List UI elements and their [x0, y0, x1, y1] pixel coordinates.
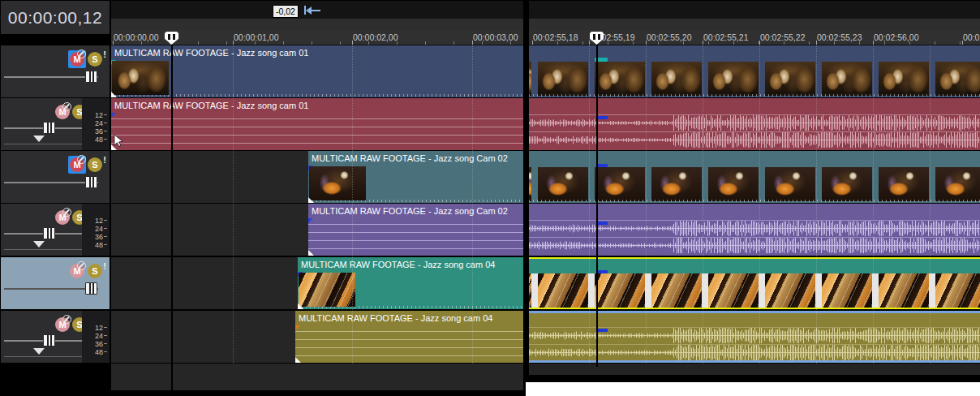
level-slider-handle[interactable] [85, 176, 97, 188]
level-slider-handle[interactable] [85, 71, 97, 83]
fade-handle[interactable] [295, 357, 301, 363]
snap-offset-marker [597, 270, 608, 273]
pan-slider-handle[interactable] [43, 122, 55, 134]
level-slider-handle[interactable] [85, 282, 97, 295]
grid-line [233, 45, 234, 364]
grid-line [873, 45, 874, 364]
video-thumbnail [765, 167, 815, 201]
db-scale: 12 24 36 48 [82, 204, 110, 256]
video-thumbnail [935, 167, 980, 201]
timeline-view-playhead[interactable]: 00:02:55,18 00:02:55,19 00:02:55,20 00:0… [529, 0, 980, 381]
track-header-audio-2[interactable]: M S! 12 24 36 48 [1, 204, 110, 256]
snap-offset-marker [597, 222, 608, 225]
pan-slider-handle[interactable] [43, 227, 55, 239]
video-thumbnail [651, 167, 702, 201]
audio-event-cam02[interactable]: MULTICAM RAW FOOTAGE - Jazz song Cam 02 [308, 204, 523, 256]
pan-slider-handle[interactable] [43, 334, 55, 346]
mute-button[interactable]: M [68, 156, 86, 174]
event-corner-marker [308, 218, 313, 223]
video-thumbnail [822, 62, 872, 96]
trim-left-arrow-icon [304, 6, 322, 15]
mute-button[interactable]: M [54, 209, 71, 226]
mute-button[interactable]: M [68, 50, 86, 68]
grid-line [703, 45, 703, 364]
timecode-display[interactable]: 00:00:00,12 [1, 1, 110, 34]
audio-event-cam01[interactable]: MULTICAM RAW FOOTAGE - Jazz song cam 01 [111, 98, 523, 150]
video-thumbnail [765, 273, 815, 308]
video-thumbnail [708, 273, 759, 308]
background-gap [526, 382, 980, 396]
snap-offset-marker [597, 164, 608, 167]
trim-offset-tooltip: -0,02 [273, 5, 299, 18]
video-thumbnail [112, 61, 169, 95]
vegas-multicam-timeline-window: 00:00:00,12 M S! M S! 12 24 36 4 [0, 0, 980, 396]
marker-bar-lower[interactable] [111, 19, 523, 30]
db-scale: 12 24 36 48 [82, 311, 110, 363]
grid-line [930, 45, 931, 364]
playhead-line [171, 32, 173, 390]
track-header-video-1[interactable]: M S! [1, 45, 110, 97]
video-thumbnail [595, 167, 645, 201]
volume-fader-track [4, 356, 82, 357]
video-thumbnail [595, 273, 645, 308]
db-scale: 12 24 36 48 [82, 98, 110, 150]
track-header-audio-1[interactable]: M S! 12 24 36 48 [1, 98, 110, 150]
audio-event-cam04[interactable]: MULTICAM RAW FOOTAGE - Jazz song cam 04 [295, 311, 523, 363]
video-event-cam04[interactable]: MULTICAM RAW FOOTAGE - Jazz song cam 04 [298, 257, 523, 309]
mute-slash-icon [77, 155, 86, 164]
video-thumbnail [538, 167, 588, 201]
event-title: MULTICAM RAW FOOTAGE - Jazz song cam 01 [111, 45, 523, 60]
video-thumbnail [822, 273, 872, 308]
video-thumbnail [935, 62, 980, 96]
level-slider-track [4, 182, 98, 183]
grid-line [589, 45, 590, 364]
fader-dropdown-icon[interactable] [33, 348, 45, 355]
video-thumbnail [309, 166, 366, 200]
video-thumbnail [822, 167, 872, 201]
fader-dropdown-icon[interactable] [33, 136, 45, 142]
mute-slash-icon [77, 261, 86, 270]
marker-bar[interactable] [529, 1, 980, 19]
fade-handle[interactable] [298, 303, 303, 309]
solo-button[interactable]: S! [88, 50, 107, 68]
snap-offset-marker [597, 329, 608, 332]
empty-lane [111, 364, 523, 390]
mute-slash-icon [62, 208, 71, 217]
volume-fader-track [4, 249, 82, 250]
video-thumbnail [879, 62, 929, 96]
solo-button[interactable]: S! [88, 262, 107, 280]
fader-dropdown-icon[interactable] [33, 241, 45, 248]
marker-bar-lower[interactable] [529, 19, 980, 30]
track-header-video-3-selected[interactable]: M S! [1, 257, 110, 309]
grid-line [472, 45, 473, 364]
video-event-cam02[interactable]: MULTICAM RAW FOOTAGE - Jazz song Cam 02 [308, 151, 523, 203]
mute-button[interactable]: M [54, 103, 71, 121]
playhead-line [596, 32, 598, 367]
track-header-audio-3[interactable]: M S! 12 24 36 48 [1, 311, 110, 363]
mute-button[interactable]: M [68, 262, 86, 280]
fade-handle[interactable] [308, 197, 314, 203]
video-thumbnail [299, 273, 355, 307]
mute-slash-icon [62, 102, 71, 111]
mute-slash-icon [62, 315, 71, 324]
event-corner-marker [295, 325, 300, 330]
event-corner-marker [111, 113, 116, 118]
grid-line [816, 45, 817, 364]
volume-fader-track [4, 144, 82, 144]
fade-handle[interactable] [308, 250, 314, 256]
snap-offset-marker [597, 116, 608, 119]
video-event-cam01[interactable]: MULTICAM RAW FOOTAGE - Jazz song cam 01 [111, 45, 523, 97]
solo-button[interactable]: S! [88, 156, 107, 174]
track-header-video-2[interactable]: M S! [1, 151, 110, 203]
timeline-view-start[interactable]: -0,02 00:00:00,00 00:00:01,00 00:00:02,0… [111, 0, 523, 391]
mouse-cursor-icon [114, 134, 123, 148]
grid-line [352, 45, 353, 364]
level-slider-track [4, 288, 98, 290]
mute-button[interactable]: M [54, 316, 71, 334]
video-thumbnail [879, 167, 929, 201]
video-thumbnail [538, 273, 588, 308]
fade-handle[interactable] [111, 92, 117, 97]
track-header-panel: 00:00:00,12 M S! M S! 12 24 36 4 [0, 0, 111, 396]
mute-slash-icon [77, 50, 86, 58]
grid-line [646, 45, 647, 364]
